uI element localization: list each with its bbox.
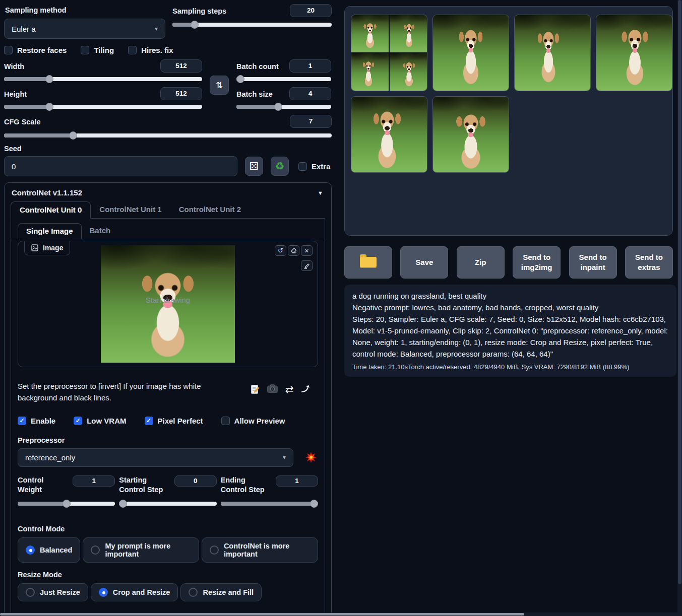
mirror-webcam-button[interactable]: ⇄ <box>285 384 294 394</box>
height-input[interactable]: 512 <box>160 87 202 100</box>
tab-controlnet-unit-1[interactable]: ControlNet Unit 1 <box>91 201 170 218</box>
tab-batch[interactable]: Batch <box>82 223 119 239</box>
control-mode-label: Control Mode <box>18 525 65 533</box>
time-taken-text: Time taken: 21.10sTorch active/reserved:… <box>352 363 668 371</box>
radio-balanced[interactable]: Balanced <box>18 537 80 563</box>
gallery-item-5[interactable] <box>432 96 509 173</box>
sampling-steps-slider[interactable] <box>172 21 332 29</box>
undo-button[interactable]: ↺ <box>275 245 286 256</box>
gallery-item-4[interactable] <box>351 96 427 173</box>
batch-size-slider[interactable] <box>236 103 331 111</box>
control-weight-field: Control Weight 1 <box>18 475 115 508</box>
cfg-scale-slider[interactable] <box>4 131 332 140</box>
horizontal-scrollbar[interactable] <box>0 612 682 616</box>
tab-single-image[interactable]: Single Image <box>18 223 82 239</box>
cfg-scale-input[interactable]: 7 <box>290 115 332 128</box>
tiling-checkbox[interactable]: Tiling <box>81 46 114 54</box>
height-slider[interactable] <box>4 103 202 111</box>
open-folder-button[interactable] <box>344 246 392 279</box>
width-slider[interactable] <box>4 75 202 83</box>
negative-prompt-text: Negative prompt: lowres, bad anatomy, ba… <box>352 302 668 313</box>
send-to-extras-button[interactable]: Send to extras <box>625 246 673 279</box>
allow-preview-checkbox[interactable]: Allow Preview <box>221 417 285 425</box>
low-vram-checkbox[interactable]: ✓ Low VRAM <box>74 417 126 425</box>
scrollbar-thumb[interactable] <box>0 613 524 615</box>
low-vram-label: Low VRAM <box>87 417 126 425</box>
control-weight-slider[interactable] <box>18 500 115 508</box>
restore-faces-checkbox[interactable]: Restore faces <box>4 46 67 54</box>
batch-count-input[interactable]: 1 <box>289 59 331 73</box>
preprocessor-dropdown[interactable]: reference_only ▾ <box>18 448 293 467</box>
gallery-item-1[interactable] <box>432 15 509 91</box>
radio-prompt-important[interactable]: My prompt is more important <box>83 537 199 563</box>
txt2img-page: Sampling method Euler a ▾ Sampling steps… <box>0 0 682 616</box>
scrollbar-thumb[interactable] <box>678 0 681 584</box>
sampling-steps-input[interactable]: 20 <box>290 4 332 17</box>
radio-just-resize[interactable]: Just Resize <box>18 583 88 601</box>
hires-fix-checkbox[interactable]: Hires. fix <box>128 46 173 54</box>
pencil-icon <box>304 263 310 269</box>
sampling-steps-label: Sampling steps <box>172 7 226 15</box>
radio-label: Balanced <box>40 546 72 554</box>
send-to-img2img-button[interactable]: Send to img2img <box>513 246 561 279</box>
extra-label: Extra <box>312 162 331 171</box>
webcam-button[interactable] <box>267 384 278 393</box>
controlnet-unit-tabs: ControlNet Unit 0 ControlNet Unit 1 Cont… <box>11 201 325 219</box>
check-icon: ✓ <box>76 418 81 424</box>
explosion-icon <box>305 452 317 463</box>
erase-button[interactable] <box>288 245 299 256</box>
controlnet-image-upload[interactable]: Image ↺ × <box>18 241 318 367</box>
ending-step-slider[interactable] <box>221 500 318 508</box>
ending-step-input[interactable]: 1 <box>276 475 318 487</box>
zip-button[interactable]: Zip <box>457 246 505 279</box>
radio-resize-and-fill[interactable]: Resize and Fill <box>180 583 262 601</box>
ending-step-label: Ending Control Step <box>221 475 272 495</box>
extra-seed-checkbox[interactable]: Extra <box>298 162 331 171</box>
recycle-icon: ♻ <box>275 160 285 172</box>
memo-icon <box>250 384 260 394</box>
gallery-item-2[interactable] <box>514 15 591 91</box>
grid-thumb <box>351 53 389 91</box>
enable-label: Enable <box>31 417 55 425</box>
send-dimensions-button[interactable] <box>301 384 311 393</box>
pixel-perfect-checkbox[interactable]: ✓ Pixel Perfect <box>145 417 203 425</box>
gallery-item-3[interactable] <box>596 15 672 91</box>
swap-width-height-button[interactable]: ⇅ <box>210 76 229 95</box>
radio-label: My prompt is more important <box>105 542 191 558</box>
clear-image-button[interactable]: × <box>301 245 313 256</box>
new-canvas-button[interactable] <box>250 384 260 394</box>
save-button[interactable]: Save <box>400 246 448 279</box>
vertical-scrollbar[interactable] <box>677 0 682 616</box>
chevron-down-icon: ▾ <box>155 25 158 32</box>
radio-label: Crop and Resize <box>113 588 170 596</box>
controlnet-accordion-header[interactable]: ControlNet v1.1.152 ▼ <box>5 183 331 201</box>
folder-icon <box>360 257 377 268</box>
random-seed-button[interactable]: ⚄ <box>245 157 263 176</box>
sampling-method-dropdown[interactable]: Euler a ▾ <box>4 19 165 39</box>
starting-step-input[interactable]: 0 <box>174 475 217 487</box>
enable-checkbox[interactable]: ✓ Enable <box>18 417 55 425</box>
batch-size-input[interactable]: 4 <box>289 87 331 100</box>
starting-step-label: Starting Control Step <box>119 475 170 495</box>
reuse-seed-button[interactable]: ♻ <box>271 157 289 176</box>
sketch-button[interactable] <box>301 260 313 271</box>
output-column: Save Zip Send to img2img Send to inpaint… <box>344 0 682 616</box>
tab-controlnet-unit-0[interactable]: ControlNet Unit 0 <box>11 201 91 219</box>
width-input[interactable]: 512 <box>160 59 202 73</box>
seed-input[interactable] <box>4 156 237 176</box>
starting-step-slider[interactable] <box>119 500 216 508</box>
gallery-item-grid[interactable] <box>351 15 427 91</box>
tab-controlnet-unit-2[interactable]: ControlNet Unit 2 <box>170 201 250 218</box>
radio-crop-and-resize[interactable]: Crop and Resize <box>91 583 178 601</box>
height-label: Height <box>4 90 27 98</box>
control-weight-label: Control Weight <box>18 475 69 495</box>
radio-circle <box>26 588 35 597</box>
radio-controlnet-important[interactable]: ControlNet is more important <box>202 537 318 563</box>
ending-step-field: Ending Control Step 1 <box>221 475 318 508</box>
batch-count-slider[interactable] <box>236 75 331 83</box>
radio-circle <box>26 545 35 555</box>
batch-count-label: Batch count <box>236 62 279 71</box>
send-to-inpaint-button[interactable]: Send to inpaint <box>569 246 617 279</box>
control-weight-input[interactable]: 1 <box>73 475 115 487</box>
run-preprocessor-button[interactable] <box>305 452 317 463</box>
